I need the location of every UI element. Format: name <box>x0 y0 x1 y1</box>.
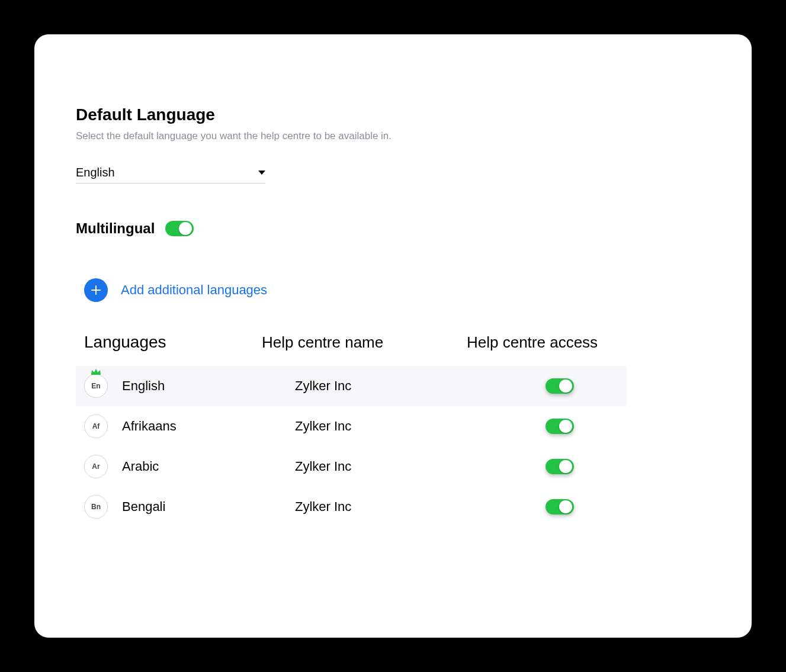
default-language-dropdown[interactable]: English <box>76 166 265 184</box>
multilingual-row: Multilingual <box>76 220 710 237</box>
table-row: AfAfrikaansZylker Inc <box>76 406 627 446</box>
language-cell: BnBengali <box>84 495 262 519</box>
help-centre-access-cell <box>463 419 627 434</box>
access-toggle[interactable] <box>546 419 574 434</box>
language-cell: AfAfrikaans <box>84 414 262 438</box>
multilingual-toggle[interactable] <box>165 221 194 236</box>
help-centre-access-cell <box>463 378 627 394</box>
language-name: Bengali <box>122 499 165 515</box>
add-language-button[interactable]: Add additional languages <box>84 278 710 302</box>
table-row: ArArabicZylker Inc <box>76 446 627 487</box>
languages-table: Languages Help centre name Help centre a… <box>76 333 627 527</box>
language-cell: EnEnglish <box>84 374 262 398</box>
crown-icon <box>90 368 102 378</box>
help-centre-name: Zylker Inc <box>262 499 463 515</box>
caret-down-icon <box>258 171 265 175</box>
language-code-badge: En <box>84 374 108 398</box>
column-languages: Languages <box>84 333 262 352</box>
column-help-centre-name: Help centre name <box>262 333 463 352</box>
toggle-knob <box>559 500 572 513</box>
language-code-badge: Bn <box>84 495 108 519</box>
help-centre-name: Zylker Inc <box>262 378 463 394</box>
column-help-centre-access: Help centre access <box>463 333 627 352</box>
multilingual-label: Multilingual <box>76 220 155 237</box>
language-cell: ArArabic <box>84 455 262 478</box>
toggle-knob <box>559 380 572 393</box>
language-code-badge: Ar <box>84 455 108 478</box>
plus-icon <box>84 278 108 302</box>
toggle-knob <box>559 460 572 473</box>
default-language-value: English <box>76 166 115 179</box>
add-language-label: Add additional languages <box>121 282 267 298</box>
help-centre-access-cell <box>463 459 627 474</box>
access-toggle[interactable] <box>546 459 574 474</box>
language-name: Afrikaans <box>122 419 177 434</box>
language-code-badge: Af <box>84 414 108 438</box>
language-name: Arabic <box>122 459 159 474</box>
table-row: EnEnglishZylker Inc <box>76 366 627 406</box>
access-toggle[interactable] <box>546 499 574 515</box>
table-header: Languages Help centre name Help centre a… <box>76 333 627 366</box>
access-toggle[interactable] <box>546 378 574 394</box>
help-centre-name: Zylker Inc <box>262 419 463 434</box>
page-title: Default Language <box>76 105 710 124</box>
language-name: English <box>122 378 165 394</box>
toggle-knob <box>179 222 192 235</box>
settings-panel: Default Language Select the default lang… <box>34 34 752 638</box>
page-subtitle: Select the default language you want the… <box>76 130 710 142</box>
help-centre-access-cell <box>463 499 627 515</box>
help-centre-name: Zylker Inc <box>262 459 463 474</box>
table-row: BnBengaliZylker Inc <box>76 487 627 527</box>
toggle-knob <box>559 420 572 433</box>
